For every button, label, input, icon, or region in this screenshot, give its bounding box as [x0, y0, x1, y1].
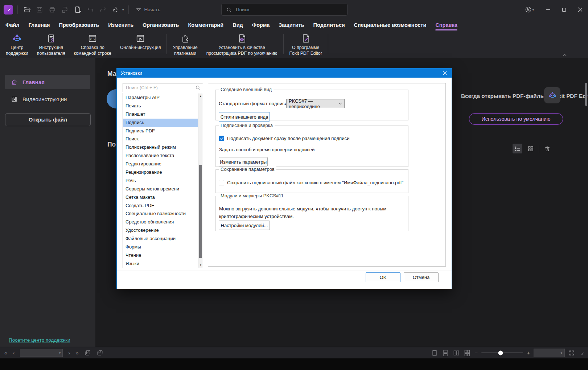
scroll-down-icon[interactable]: ▼ [198, 263, 203, 267]
list-item[interactable]: Печать [123, 102, 198, 110]
list-item-selected-signature[interactable]: Подпись [123, 119, 198, 127]
menu-tab-file[interactable]: Файл [5, 22, 20, 28]
maximize-button[interactable] [556, 0, 572, 19]
list-item[interactable]: Речь [123, 177, 198, 185]
list-item[interactable]: Файловые ассоциации [123, 235, 198, 243]
fullscreen-icon[interactable] [568, 350, 575, 356]
facing-view-icon[interactable] [453, 349, 460, 357]
ribbon-item-support-center[interactable]: Центр поддержки [1, 30, 33, 58]
save-signed-copy-checkbox[interactable] [219, 180, 224, 185]
list-scrollbar[interactable]: ▲ ▼ [198, 93, 203, 268]
ribbon-item-online-tutorial[interactable]: Онлайн-инструкция [116, 30, 165, 58]
sign-immediately-checkbox[interactable] [219, 136, 224, 141]
menu-tab-home[interactable]: Главная [29, 22, 50, 28]
close-button[interactable] [572, 0, 588, 19]
menu-tab-protect[interactable]: Защитить [279, 22, 304, 28]
menu-tab-share[interactable]: Поделиться [313, 22, 345, 28]
signature-format-dropdown[interactable]: PKCS#7 — неприсоедине [286, 99, 345, 108]
list-item[interactable]: Рецензирование [123, 168, 198, 177]
save-icon[interactable] [35, 5, 44, 15]
use-as-default-button[interactable]: Использовать по умолчанию [469, 113, 563, 125]
ribbon-item-about[interactable]: О программе Foxit PDF Editor [285, 30, 326, 58]
menu-tab-comment[interactable]: Комментарий [188, 22, 224, 28]
sidebar-item-video-tutorials[interactable]: Видеоинструкции [5, 92, 90, 106]
hand-tool-dropdown-icon[interactable]: ▾ [122, 8, 124, 12]
dialog-close-icon[interactable] [438, 69, 452, 78]
list-item[interactable]: Средство обновления [123, 218, 198, 226]
scroll-up-icon[interactable]: ▲ [198, 94, 203, 98]
menu-tab-edit[interactable]: Изменить [108, 22, 133, 28]
ok-button[interactable]: OK [366, 272, 400, 282]
list-item[interactable]: Сетка макета [123, 193, 198, 202]
ai-assistant-button[interactable] [544, 87, 560, 103]
account-dropdown-icon[interactable]: ▾ [532, 8, 534, 12]
preferences-search-input[interactable] [125, 85, 195, 91]
open-file-button[interactable]: Открыть файл [5, 113, 91, 126]
list-view-icon[interactable] [513, 144, 522, 153]
list-item[interactable]: Удостоверение [123, 226, 198, 235]
menu-tab-form[interactable]: Форма [252, 22, 270, 28]
page-number-combobox[interactable]: ▾ [20, 349, 63, 357]
new-document-icon[interactable] [73, 5, 82, 15]
change-settings-button[interactable]: Изменить параметры [219, 157, 268, 166]
minimize-button[interactable] [540, 0, 556, 19]
ribbon-item-user-manual[interactable]: Инструкция пользователя [33, 30, 70, 58]
redo-icon[interactable] [98, 5, 108, 15]
zoom-slider[interactable] [481, 353, 523, 353]
preferences-search[interactable] [123, 83, 203, 92]
menu-tab-organize[interactable]: Организовать [143, 22, 179, 28]
list-item[interactable]: Формы [123, 243, 198, 251]
scrollbar-thumb[interactable] [199, 165, 202, 258]
zoom-in-icon[interactable]: + [527, 350, 530, 355]
list-item[interactable]: Серверы меток времени [123, 185, 198, 193]
grid-view-icon[interactable] [526, 144, 535, 153]
list-item[interactable]: Специальные возможности [123, 210, 198, 218]
print-icon[interactable] [48, 5, 57, 15]
start-button[interactable]: Начать [135, 7, 160, 13]
single-page-view-icon[interactable] [431, 349, 438, 357]
content-scrollbar[interactable] [585, 83, 587, 106]
module-settings-button[interactable]: Настройки модулей... [219, 221, 270, 230]
open-file-icon[interactable] [22, 5, 32, 15]
previous-page-icon[interactable]: ‹ [13, 350, 15, 355]
list-item[interactable]: Планшет [123, 110, 198, 119]
dialog-titlebar[interactable]: Установки [117, 69, 452, 78]
menu-tab-accessibility[interactable]: Специальные возможности [354, 22, 427, 28]
support-center-link[interactable]: Посетите центр поддержки [9, 337, 70, 343]
zoom-out-icon[interactable]: − [474, 350, 478, 355]
hand-tool-icon[interactable] [111, 5, 120, 15]
ribbon-item-set-default-viewer[interactable]: Установить в качестве просмотрщика PDF п… [202, 30, 282, 58]
resize-grip-icon[interactable] [579, 350, 584, 356]
zoom-slider-handle[interactable] [498, 350, 503, 355]
menu-tab-view[interactable]: Вид [233, 22, 243, 28]
global-search-input[interactable] [235, 7, 343, 13]
next-page-icon[interactable]: › [68, 350, 70, 355]
ribbon-item-command-line-help[interactable]: C:\ Справка по командной строке [70, 30, 116, 58]
list-item[interactable]: Подпись PDF [123, 127, 198, 135]
ribbon-collapse-icon[interactable] [563, 54, 567, 57]
first-page-icon[interactable]: « [4, 350, 7, 355]
list-item[interactable]: Полноэкранный режим [123, 143, 198, 152]
list-item[interactable]: Создать PDF [123, 202, 198, 210]
zoom-level-combobox[interactable]: ▾ [534, 349, 565, 357]
cancel-button[interactable]: Отмена [404, 272, 439, 282]
trash-icon[interactable] [542, 144, 552, 153]
menu-tab-help[interactable]: Справка [435, 22, 457, 28]
last-page-icon[interactable]: » [75, 350, 78, 355]
list-item[interactable]: Редактирование [123, 160, 198, 168]
menu-tab-convert[interactable]: Преобразовать [59, 22, 99, 28]
sidebar-item-home[interactable]: Главная [5, 75, 90, 89]
global-search[interactable] [221, 4, 348, 16]
continuous-facing-view-icon[interactable] [464, 349, 471, 357]
undo-icon[interactable] [86, 5, 95, 15]
list-item[interactable]: Параметры AIP [123, 94, 198, 102]
list-item[interactable]: Чтение [123, 251, 198, 260]
next-view-icon[interactable] [96, 349, 103, 356]
appearance-styles-button[interactable]: Стили внешнего вида [219, 112, 270, 122]
list-item[interactable]: Распознавание текста [123, 152, 198, 160]
continuous-view-icon[interactable] [442, 349, 449, 357]
list-item[interactable]: Языки [123, 260, 198, 268]
previous-view-icon[interactable] [84, 349, 91, 356]
export-document-icon[interactable] [60, 5, 70, 15]
list-item[interactable]: Поиск [123, 135, 198, 143]
